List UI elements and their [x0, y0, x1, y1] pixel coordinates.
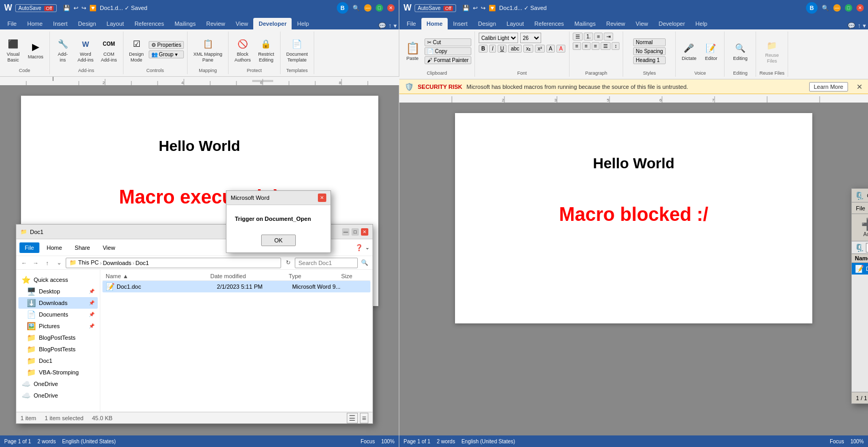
autosave-badge-right[interactable]: AutoSave Off — [415, 4, 456, 12]
numbered-btn[interactable]: 1. — [584, 33, 593, 40]
fe-close-btn[interactable]: ✕ — [361, 228, 368, 236]
indent-btn[interactable]: ⇥ — [604, 33, 613, 40]
tab-mailings-left[interactable]: Mailings — [169, 18, 201, 29]
doc-template-btn[interactable]: 📄 DocumentTemplate — [284, 35, 311, 65]
align-left-btn[interactable]: ≡ — [573, 42, 581, 50]
learn-more-btn[interactable]: Learn More — [809, 82, 848, 92]
col-name-header[interactable]: Name ▲ — [106, 273, 210, 279]
multilevel-btn[interactable]: ≡ — [594, 33, 603, 40]
col-type-header[interactable]: Type — [289, 273, 342, 279]
search-icon-left[interactable]: 🔍 — [353, 5, 360, 12]
fe-chevron-icon[interactable]: ⌄ — [365, 245, 369, 250]
fe-back-btn[interactable]: ← — [19, 258, 29, 268]
fe-sidebar-desktop[interactable]: 🖥️ Desktop 📌 — [18, 286, 98, 297]
tab-references-left[interactable]: References — [129, 18, 169, 29]
maximize-btn-right[interactable]: □ — [845, 4, 852, 12]
fe-sidebar-documents[interactable]: 📄 Documents 📌 — [18, 309, 98, 320]
fe-tab-home[interactable]: Home — [42, 242, 67, 253]
zip-explorer[interactable]: 🗜️ C:\Users\LocalAdm\Downloads\Doc1.7z\ … — [851, 188, 868, 404]
styles-normal[interactable]: Normal — [633, 38, 666, 46]
fe-tab-view[interactable]: View — [97, 242, 120, 253]
tab-file-left[interactable]: File — [2, 18, 22, 29]
xml-mapping-btn[interactable]: 📋 XML MappingPane — [191, 35, 225, 65]
share-icon-right[interactable]: ↑ — [857, 22, 861, 29]
styles-nosp[interactable]: No Spacing — [633, 47, 666, 55]
macros-btn[interactable]: ▶ Macros — [25, 38, 46, 62]
ribbon-collapse-left[interactable]: ▾ — [394, 22, 397, 29]
dialog-close-btn[interactable]: ✕ — [318, 194, 326, 202]
close-security-btn[interactable]: ✕ — [856, 83, 863, 91]
focus-btn-left[interactable]: Focus — [360, 439, 375, 444]
line-spacing-btn[interactable]: ↕ — [612, 42, 619, 50]
fe-address-box[interactable]: 📁 This PC › Downloads › Doc1 — [66, 258, 281, 268]
cut-btn[interactable]: ✂ Cut — [425, 38, 471, 46]
autosave-state-right[interactable]: Off — [443, 6, 453, 11]
ze-menu-file[interactable]: File — [854, 204, 867, 212]
fe-refresh-btn[interactable]: ↻ — [283, 258, 293, 268]
copy-btn[interactable]: 📄 Copy — [425, 47, 471, 55]
subscript-btn[interactable]: x₂ — [523, 45, 533, 53]
col-date-header[interactable]: Date modified — [210, 273, 288, 279]
fe-sidebar-quickaccess[interactable]: ⭐ Quick access — [18, 274, 98, 286]
tab-developer-left[interactable]: Developer — [253, 18, 292, 29]
maximize-btn-left[interactable]: □ — [376, 4, 383, 12]
font-family-select[interactable]: Calibri Light — [479, 33, 518, 43]
comment-icon-right[interactable]: 💬 — [848, 22, 855, 29]
fe-sidebar-pictures[interactable]: 🖼️ Pictures 📌 — [18, 320, 98, 332]
font-color-btn[interactable]: A — [556, 45, 565, 53]
fe-view-list-icon[interactable]: ☰ — [347, 413, 358, 423]
user-avatar-left[interactable]: B — [337, 2, 348, 14]
reuse-files-btn[interactable]: 📁 ReuseFiles — [762, 36, 782, 66]
share-icon-left[interactable]: ↑ — [388, 22, 391, 29]
tab-view-left[interactable]: View — [231, 18, 254, 29]
bullets-btn[interactable]: ☰ — [573, 33, 583, 40]
minimize-btn-right[interactable]: — — [833, 4, 841, 12]
tab-mailings-right[interactable]: Mailings — [569, 18, 601, 29]
tab-insert-left[interactable]: Insert — [48, 18, 73, 29]
search-icon-right[interactable]: 🔍 — [822, 5, 829, 12]
comment-icon-left[interactable]: 💬 — [378, 22, 386, 29]
fe-recent-btn[interactable]: ⌄ — [54, 258, 64, 268]
ze-add-btn[interactable]: ➕ Add — [855, 216, 868, 239]
com-addins-btn[interactable]: COM COMAdd-ins — [98, 35, 120, 65]
tab-help-left[interactable]: Help — [292, 18, 314, 29]
addins-btn[interactable]: 🔧 Add-ins — [53, 35, 73, 65]
visual-basic-btn[interactable]: ⬛ VisualBasic — [3, 35, 23, 65]
tab-design-left[interactable]: Design — [73, 18, 101, 29]
tab-help-right[interactable]: Help — [690, 18, 713, 29]
fe-sidebar-doc1[interactable]: 📁 Doc1 — [18, 355, 98, 367]
tab-developer-right[interactable]: Developer — [653, 18, 690, 29]
tab-review-right[interactable]: Review — [601, 18, 631, 29]
tab-insert-right[interactable]: Insert — [448, 18, 473, 29]
focus-btn-right[interactable]: Focus — [830, 439, 844, 444]
italic-btn[interactable]: I — [489, 45, 496, 53]
editor-btn[interactable]: 📝 Editor — [701, 39, 721, 63]
user-avatar-right[interactable]: B — [806, 2, 818, 14]
superscript-btn[interactable]: x² — [535, 45, 544, 53]
ze-addr-input[interactable] — [866, 243, 868, 252]
tab-home-left[interactable]: Home — [22, 18, 48, 29]
tab-design-right[interactable]: Design — [473, 18, 501, 29]
tab-file-right[interactable]: File — [401, 18, 421, 29]
tab-layout-right[interactable]: Layout — [501, 18, 529, 29]
col-size-header[interactable]: Size — [341, 273, 367, 279]
fe-sidebar-onedrive1[interactable]: ☁️ OneDrive — [18, 378, 98, 390]
align-center-btn[interactable]: ≡ — [582, 42, 591, 50]
dialog-ok-btn[interactable]: OK — [261, 235, 296, 246]
align-right-btn[interactable]: ≡ — [592, 42, 600, 50]
minimize-btn-left[interactable]: — — [364, 4, 371, 12]
fe-minimize-btn[interactable]: — — [342, 228, 349, 236]
close-btn-left[interactable]: ✕ — [387, 4, 395, 12]
dictate-btn[interactable]: 🎤 Dictate — [679, 39, 699, 63]
fe-sidebar-onedrive2[interactable]: ☁️ OneDrive — [18, 390, 98, 401]
styles-h1[interactable]: Heading 1 — [633, 56, 666, 64]
tab-view-right[interactable]: View — [631, 18, 654, 29]
fe-sidebar-blogpost1[interactable]: 📁 BlogPostTests — [18, 332, 98, 343]
fe-search-btn[interactable]: 🔍 — [360, 258, 369, 268]
clear-format-btn[interactable]: A — [546, 45, 555, 53]
fe-sidebar-blogpost2[interactable]: 📁 BlogPostTests — [18, 343, 98, 355]
ze-col-name-hdr[interactable]: Name — [855, 255, 868, 261]
underline-btn[interactable]: U — [498, 45, 507, 53]
block-authors-btn[interactable]: 🚫 BlockAuthors — [232, 35, 253, 65]
tab-home-right[interactable]: Home — [421, 18, 448, 29]
